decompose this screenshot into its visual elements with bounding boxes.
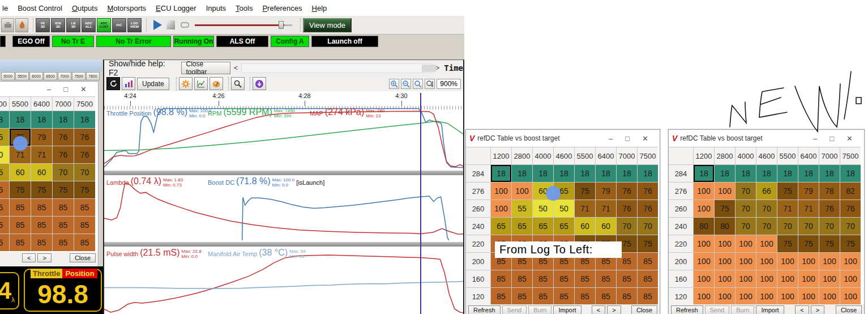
playback-slider[interactable]: [195, 20, 292, 29]
table-cell[interactable]: 65: [0, 129, 9, 146]
table-cell[interactable]: 70: [638, 218, 658, 235]
table-cell[interactable]: 100: [736, 270, 756, 287]
table-cell[interactable]: 100: [715, 270, 735, 287]
table-shortcut-button[interactable]: LB3D: [66, 18, 80, 32]
minimize-icon[interactable]: –: [47, 85, 51, 94]
table-cell[interactable]: 85: [491, 288, 511, 305]
table-cell[interactable]: 18: [715, 165, 735, 182]
row-header[interactable]: 200: [669, 253, 693, 270]
table-cell[interactable]: 70: [74, 164, 95, 181]
table-cell[interactable]: 65: [491, 218, 511, 235]
table-cell[interactable]: 85: [53, 217, 74, 234]
table-cell[interactable]: 71: [777, 200, 798, 217]
table-cell[interactable]: 85: [638, 253, 658, 270]
table-cell[interactable]: 70: [756, 200, 777, 217]
nav-button[interactable]: >: [811, 305, 824, 314]
table-cell[interactable]: 85: [596, 270, 616, 287]
column-header[interactable]: 5500: [575, 147, 595, 164]
row-header[interactable]: 120: [466, 288, 490, 305]
table-cell[interactable]: 100: [736, 253, 756, 270]
table-shortcut-button[interactable]: IGN3D: [51, 18, 65, 32]
column-header[interactable]: 7000: [53, 97, 74, 111]
table-cell[interactable]: 70: [736, 200, 756, 217]
table-cell[interactable]: 70: [736, 183, 756, 200]
row-header[interactable]: 260: [466, 200, 490, 217]
table-cell[interactable]: 100: [715, 235, 735, 252]
table-cell[interactable]: 85: [0, 217, 9, 234]
settings-button[interactable]: [179, 77, 193, 90]
table-cell[interactable]: 65: [0, 164, 9, 181]
table-cell[interactable]: 100: [756, 235, 777, 252]
chart-separator[interactable]: [104, 242, 464, 247]
table-cell[interactable]: 85: [0, 199, 9, 216]
table-cell[interactable]: 18: [0, 111, 9, 128]
table-cell[interactable]: 85: [554, 288, 574, 305]
table-cell[interactable]: 76: [53, 129, 74, 146]
row-header[interactable]: 276: [669, 183, 693, 200]
stop-icon[interactable]: [166, 20, 175, 29]
window-titlebar[interactable]: V refDC Table vs boost target – □ ✕: [466, 130, 660, 147]
refresh-button[interactable]: [106, 77, 120, 90]
table-cell[interactable]: 85: [638, 270, 658, 287]
table-cell[interactable]: 75: [819, 235, 840, 252]
column-header[interactable]: 2800: [715, 147, 735, 164]
table-cell[interactable]: 100: [736, 235, 756, 252]
table-cell[interactable]: 18: [74, 111, 95, 128]
table-cell[interactable]: 70: [53, 164, 74, 181]
table-cell[interactable]: 65: [512, 218, 532, 235]
table-cell[interactable]: 18: [736, 165, 756, 182]
table-cell[interactable]: 80: [715, 218, 735, 235]
row-header[interactable]: 200: [466, 253, 490, 270]
menu-item[interactable]: Tools: [236, 4, 253, 12]
close-icon[interactable]: ✕: [642, 134, 648, 143]
table-cell[interactable]: 76: [53, 146, 74, 163]
table-cell[interactable]: 18: [491, 165, 511, 182]
table-cell[interactable]: 100: [715, 288, 735, 305]
table-cell[interactable]: 71: [798, 200, 819, 217]
table-cell[interactable]: 78: [819, 183, 840, 200]
row-header[interactable]: 240: [669, 218, 693, 235]
table-cell[interactable]: 85: [74, 234, 95, 251]
import-button[interactable]: Import: [553, 305, 581, 314]
column-header[interactable]: 4600: [554, 147, 574, 164]
column-header[interactable]: 1200: [694, 147, 714, 164]
minimize-icon[interactable]: –: [609, 134, 613, 143]
table-cell[interactable]: 75: [74, 181, 95, 198]
download-button[interactable]: [253, 77, 266, 90]
table-cell[interactable]: 85: [554, 270, 574, 287]
table-cell[interactable]: 100: [819, 270, 840, 287]
table-cell[interactable]: 85: [53, 234, 74, 251]
menu-item[interactable]: Inputs: [206, 4, 226, 12]
table-cell[interactable]: 76: [840, 200, 861, 217]
table-cell[interactable]: 18: [840, 165, 861, 182]
column-header[interactable]: 4000: [736, 147, 756, 164]
table-cell[interactable]: 18: [554, 165, 574, 182]
table-cell[interactable]: 18: [596, 165, 616, 182]
column-header[interactable]: 5500: [10, 97, 31, 111]
close-button[interactable]: Close: [70, 253, 96, 262]
table-cell[interactable]: 55: [512, 200, 532, 217]
table-cell[interactable]: 100: [840, 288, 861, 305]
row-header[interactable]: 284: [669, 165, 693, 182]
chart-separator[interactable]: [104, 171, 464, 175]
flame-icon-button[interactable]: [15, 18, 28, 32]
table-cell[interactable]: 50: [0, 146, 9, 163]
table-cell[interactable]: 75: [575, 183, 595, 200]
table-cell[interactable]: 85: [533, 288, 553, 305]
table-cell[interactable]: 85: [638, 288, 658, 305]
zoom-in-button[interactable]: [389, 79, 399, 89]
table-cell[interactable]: 76: [638, 183, 658, 200]
table-cell[interactable]: 100: [777, 288, 798, 305]
table-cell[interactable]: 100: [840, 253, 861, 270]
column-header[interactable]: 7500: [638, 147, 658, 164]
table-cell[interactable]: 70: [819, 218, 840, 235]
update-button[interactable]: Update: [137, 78, 169, 90]
table-cell[interactable]: 18: [617, 165, 637, 182]
row-header[interactable]: 160: [669, 270, 693, 287]
column-header[interactable]: 6400: [31, 97, 52, 111]
table-cell[interactable]: 85: [617, 270, 637, 287]
zoom-fit-button[interactable]: [425, 79, 435, 89]
table-cell[interactable]: 60: [575, 218, 595, 235]
table-cell[interactable]: 18: [10, 111, 31, 128]
minimize-icon[interactable]: –: [813, 134, 817, 143]
